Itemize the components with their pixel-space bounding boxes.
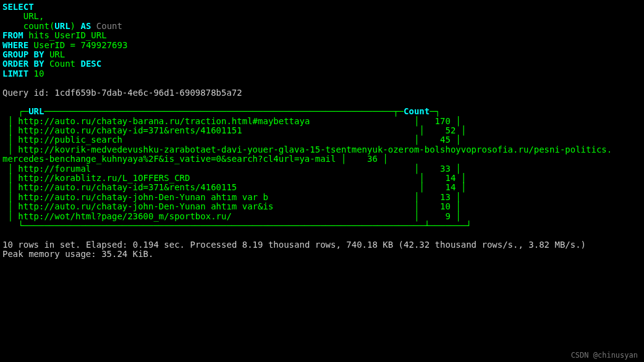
limit-val: 10 xyxy=(34,69,44,78)
col-header-count: Count xyxy=(404,106,430,116)
col-header-url: URL xyxy=(28,106,44,116)
cell-count: 170 xyxy=(435,116,451,126)
table-row: │ http://auto.ru/chatay-id=371&rents/416… xyxy=(2,125,466,135)
status-elapsed: Elapsed: 0.194 sec. Processed 8.19 thous… xyxy=(86,240,586,250)
kw-limit: LIMIT xyxy=(2,69,28,78)
cell-count: 14 xyxy=(445,182,455,192)
watermark: CSDN @chinusyan xyxy=(571,351,638,360)
table-name: hits_UserID_URL xyxy=(28,30,106,40)
table-row: │ http://wot/html?page/23600_m/sportbox.… xyxy=(2,211,461,221)
table-row: │ http://auto.ru/chatay-barana.ru/tracti… xyxy=(2,116,461,126)
cell-url: http://wot/html?page/23600_m/sportbox.ru… xyxy=(18,211,232,221)
cell-count: 14 xyxy=(445,173,455,183)
table-row-cont: mercedes-benchange_kuhnyaya%2F&is_vative… xyxy=(2,154,388,164)
cell-url: http://auto.ru/chatay-john-Den-Yunan aht… xyxy=(18,192,268,202)
cell-url: http://auto.ru/chatay-id=371&rents/41601… xyxy=(18,182,237,192)
kw-orderby: ORDER BY xyxy=(2,59,44,69)
cell-url: http://auto.ru/chatay-id=371&rents/41601… xyxy=(18,125,242,135)
query-id-value: 1cdf659b-7dab-4e6c-96d1-6909878b5a72 xyxy=(54,88,242,98)
status-rows: 10 rows in set. xyxy=(2,240,80,250)
terminal-output: SELECT URL, count(URL) AS Count FROM hit… xyxy=(0,0,644,262)
groupby-col: URL xyxy=(49,49,65,59)
kw-where: WHERE xyxy=(2,40,28,50)
cell-url: http://auto.ru/chatay-john-Den-Yunan aht… xyxy=(18,201,273,211)
status-memory: Peak memory usage: 35.24 KiB. xyxy=(2,249,153,259)
fn-count: count xyxy=(23,21,49,31)
where-col: UserID xyxy=(34,40,66,50)
kw-desc: DESC xyxy=(80,59,101,69)
table-header-line: ┌─URL───────────────────────────────────… xyxy=(2,106,440,116)
where-val: 749927693 xyxy=(80,40,127,50)
table-row: │ http://public_search │ 45 │ xyxy=(2,135,461,145)
cell-url: http://public_search xyxy=(18,135,122,145)
kw-as: AS xyxy=(80,21,91,31)
table-footer-line: └───────────────────────────────────────… xyxy=(2,221,472,230)
orderby-col: Count xyxy=(49,59,75,69)
cell-url-cont: mercedes-benchange_kuhnyaya%2F&is_vative… xyxy=(2,154,336,164)
table-row: │ http://korablitz.ru/L_1OFFERS_CRD │ 14… xyxy=(2,173,466,183)
comma: , xyxy=(39,11,44,21)
table-row: │ http://auto.ru/chatay-john-Den-Yunan a… xyxy=(2,192,461,202)
rparen: ) xyxy=(70,21,75,31)
kw-groupby: GROUP BY xyxy=(2,49,44,59)
eq: = xyxy=(70,40,75,50)
alias-count: Count xyxy=(96,21,122,31)
cell-count: 36 xyxy=(367,154,378,164)
cell-count: 9 xyxy=(445,211,450,221)
cell-url: http://kovrik-medvedevushku-zarabotaet-d… xyxy=(18,145,612,154)
cell-url: http://forumal xyxy=(18,164,91,174)
table-row: │ http://kovrik-medvedevushku-zarabotaet… xyxy=(2,145,612,154)
kw-from: FROM xyxy=(2,30,23,40)
table-row: │ http://forumal │ 33 │ xyxy=(2,164,461,174)
table-row: │ http://auto.ru/chatay-john-Den-Yunan a… xyxy=(2,201,461,211)
query-id-label: Query id: xyxy=(2,88,49,98)
table-row: │ http://auto.ru/chatay-id=371&rents/416… xyxy=(2,182,466,192)
cell-url: http://auto.ru/chatay-barana.ru/traction… xyxy=(18,116,310,126)
cell-count: 52 xyxy=(445,125,455,135)
cell-url: http://korablitz.ru/L_1OFFERS_CRD xyxy=(18,173,190,183)
kw-select: SELECT xyxy=(2,2,34,12)
cell-count: 45 xyxy=(440,135,451,145)
count-arg: URL xyxy=(54,21,70,31)
cell-count: 10 xyxy=(440,201,451,211)
col-url: URL xyxy=(23,11,39,21)
cell-count: 13 xyxy=(440,192,451,202)
cell-count: 33 xyxy=(440,164,451,174)
